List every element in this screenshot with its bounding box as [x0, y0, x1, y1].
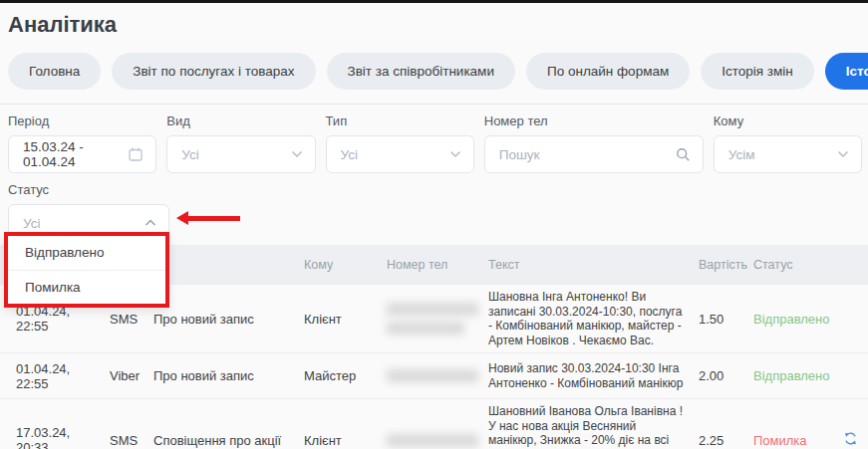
cell-cost: 2.25	[699, 433, 753, 448]
tab-sms-history[interactable]: Історія SMS розсилок	[825, 53, 868, 90]
page-title: Аналітика	[8, 12, 117, 38]
status-badge: Помилка	[753, 433, 843, 448]
analytics-tabs: Головна Звіт по послугах і товарах Звіт …	[8, 53, 868, 90]
type-select-placeholder: Усі	[341, 147, 449, 162]
filter-period: Період 15.03.24 - 01.04.24	[8, 113, 156, 173]
cell-text: Новий запис 30.03.2024-10:30 Інга Антоне…	[488, 356, 699, 395]
filter-recipient-label: Кому	[714, 113, 862, 128]
cell-text: Шановна Інга Антоненко! Ви записані 30.0…	[488, 285, 699, 352]
cell-to: Майстер	[304, 368, 387, 383]
filter-phone-label: Номер тел	[484, 113, 704, 128]
cell-date: 17.03.24, 20:33	[16, 425, 110, 449]
resend-button[interactable]	[843, 431, 858, 446]
status-option-sent[interactable]: Відправлено	[8, 236, 165, 271]
header-cost: Вартість	[699, 258, 753, 272]
phone-redacted	[387, 303, 478, 316]
cell-phone	[387, 369, 488, 382]
status-option-error[interactable]: Помилка	[8, 271, 165, 305]
table-row: 17.03.24, 20:33 SMS Сповіщення про акції…	[0, 399, 868, 449]
arrow-head	[176, 211, 188, 225]
cell-text: Шановний Іванова Ольга Іванівна ! У нас …	[488, 399, 699, 449]
cell-to: Клієнт	[304, 433, 387, 448]
status-badge: Відправлено	[753, 312, 843, 327]
search-icon	[676, 147, 691, 162]
filter-type-label: Тип	[326, 113, 474, 128]
header-status: Статус	[753, 258, 843, 272]
cell-date: 01.04.24, 22:55	[16, 304, 110, 334]
cell-kind: SMS	[110, 433, 153, 448]
kind-select[interactable]: Усі	[166, 135, 315, 173]
period-range-value: 15.03.24 - 01.04.24	[23, 139, 128, 169]
phone-search-box	[484, 135, 704, 173]
section-divider	[0, 104, 868, 105]
cell-to: Клієнт	[304, 312, 387, 327]
chevron-down-icon	[291, 150, 303, 158]
cell-phone	[387, 434, 488, 447]
table-row: 01.04.24, 22:55 Viber Про новий запис Ма…	[0, 353, 868, 399]
phone-redacted	[387, 369, 478, 382]
cell-cost: 1.50	[699, 312, 753, 327]
cell-cost: 2.00	[699, 368, 753, 383]
type-select[interactable]: Усі	[326, 135, 474, 173]
kind-select-placeholder: Усі	[181, 147, 290, 162]
tab-services-goods-report[interactable]: Звіт по послугах і товарах	[112, 53, 315, 90]
chevron-down-icon	[837, 150, 849, 158]
tab-employees-report[interactable]: Звіт за співробітниками	[327, 53, 515, 90]
annotation-arrow	[176, 211, 240, 225]
filter-status-label: Статус	[8, 182, 169, 197]
header-to: Кому	[304, 258, 387, 272]
refresh-icon	[843, 434, 858, 449]
tab-online-forms[interactable]: По онлайн формам	[526, 53, 690, 90]
filter-recipient: Кому Усім	[714, 113, 862, 173]
filter-kind-label: Вид	[166, 113, 315, 128]
tab-change-history[interactable]: Історія змін	[701, 53, 814, 90]
cell-kind: Viber	[110, 368, 153, 383]
tab-main[interactable]: Головна	[8, 53, 101, 90]
status-dropdown-annotated: Відправлено Помилка	[4, 232, 169, 308]
phone-redacted	[387, 434, 478, 447]
calendar-icon[interactable]	[128, 146, 144, 162]
phone-redacted	[387, 322, 464, 335]
cell-actions	[843, 431, 868, 449]
cell-type: Про новий запис	[153, 312, 304, 327]
phone-search-input[interactable]	[499, 147, 676, 162]
arrow-shaft	[188, 216, 240, 221]
cell-type: Сповіщення про акції	[153, 433, 304, 448]
chevron-down-icon	[449, 150, 461, 158]
top-window-edge	[0, 0, 868, 3]
recipient-select[interactable]: Усім	[714, 135, 862, 173]
filter-period-label: Період	[8, 113, 156, 128]
chevron-up-icon	[145, 219, 156, 227]
header-phone: Номер тел	[387, 258, 488, 272]
filter-type: Тип Усі	[326, 113, 474, 173]
filters-row: Період 15.03.24 - 01.04.24 Вид Усі Тип У…	[8, 113, 862, 173]
filter-kind: Вид Усі	[166, 113, 315, 173]
cell-date: 01.04.24, 22:55	[16, 361, 110, 391]
recipient-select-placeholder: Усім	[728, 147, 837, 162]
period-range-input[interactable]: 15.03.24 - 01.04.24	[8, 135, 156, 173]
cell-type: Про новий запис	[153, 368, 304, 383]
cell-phone	[387, 303, 488, 335]
filter-phone: Номер тел	[484, 113, 704, 173]
status-badge: Відправлено	[753, 368, 843, 383]
cell-kind: SMS	[110, 312, 153, 327]
status-select-placeholder: Усі	[23, 216, 145, 231]
header-text: Текст	[488, 258, 699, 272]
